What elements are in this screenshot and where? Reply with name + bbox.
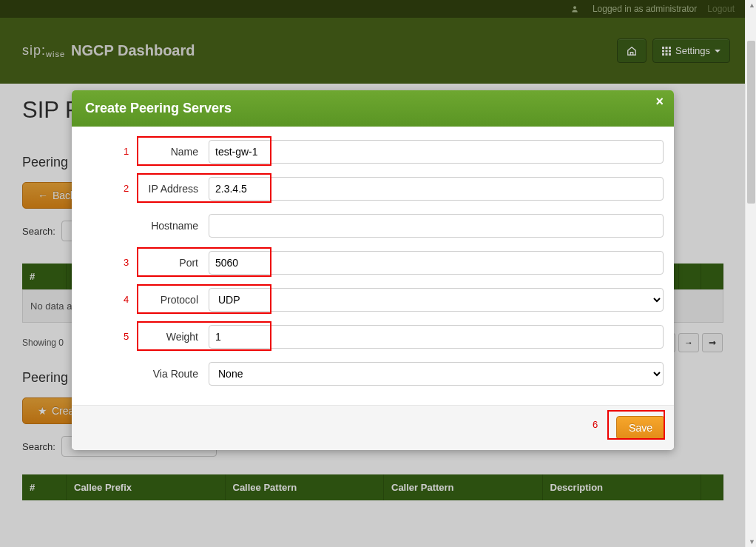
via-route-select[interactable]: None [209,362,664,386]
hostname-input[interactable] [209,214,664,238]
protocol-select[interactable]: UDP [209,288,664,312]
weight-input[interactable] [209,325,664,349]
weight-label: Weight [79,331,209,343]
close-icon[interactable]: × [655,94,664,110]
scrollbar[interactable]: ▲ ▼ [745,0,756,547]
port-input[interactable] [209,251,664,275]
annot-1: 1 [124,146,129,157]
annot-2: 2 [124,183,129,194]
scroll-up-icon[interactable]: ▲ [749,1,755,9]
create-peering-server-modal: Create Peering Servers × 1 Name 2 IP Add… [72,90,674,450]
annot-3: 3 [124,257,129,268]
name-label: Name [79,146,209,158]
protocol-label: Protocol [79,294,209,306]
name-input[interactable] [209,140,664,164]
scroll-down-icon[interactable]: ▼ [749,538,755,546]
ip-label: IP Address [79,183,209,195]
annot-4: 4 [124,294,129,305]
scroll-thumb[interactable] [747,41,755,204]
port-label: Port [79,257,209,269]
annot-6: 6 [593,419,598,430]
modal-title: Create Peering Servers [85,101,232,116]
hostname-label: Hostname [79,220,209,232]
annot-5: 5 [124,331,129,342]
ip-input[interactable] [209,177,664,201]
save-button[interactable]: Save [616,416,665,440]
via-route-label: Via Route [79,368,209,380]
